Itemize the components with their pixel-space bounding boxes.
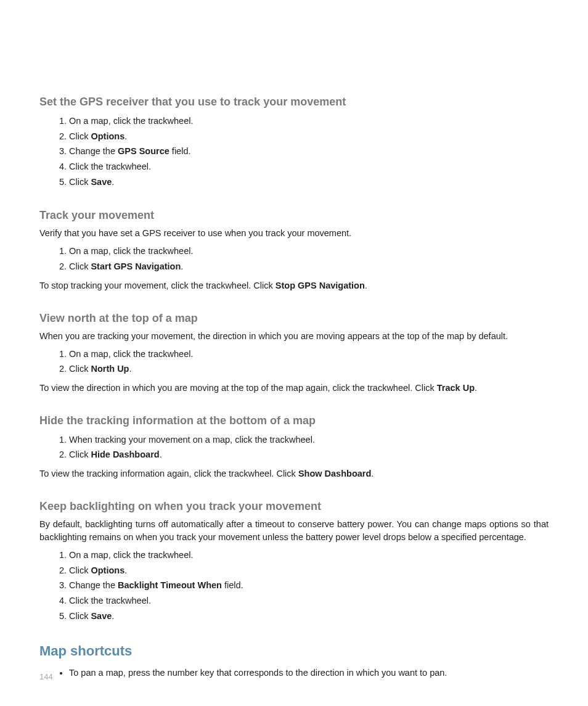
page-number: 144 <box>39 672 53 681</box>
steps-track-movement: On a map, click the trackwheel. Click St… <box>39 244 549 274</box>
step-item: Click the trackwheel. <box>69 593 549 609</box>
step-item: On a map, click the trackwheel. <box>69 244 549 259</box>
heading-backlighting: Keep backlighting on when you track your… <box>39 500 549 513</box>
step-item: Click Save. <box>69 174 549 190</box>
heading-view-north: View north at the top of a map <box>39 312 549 325</box>
bullets-map-shortcuts: To pan a map, press the number key that … <box>39 665 549 681</box>
heading-track-movement: Track your movement <box>39 209 549 222</box>
step-item: Click Options. <box>69 563 549 578</box>
step-item: On a map, click the trackwheel. <box>69 548 549 563</box>
steps-backlighting: On a map, click the trackwheel. Click Op… <box>39 548 549 623</box>
section-view-north: View north at the top of a map When you … <box>39 312 549 395</box>
section-set-gps-receiver: Set the GPS receiver that you use to tra… <box>39 96 549 189</box>
step-item: Click Options. <box>69 129 549 144</box>
bullet-item: To pan a map, press the number key that … <box>69 665 549 681</box>
page: Set the GPS receiver that you use to tra… <box>0 0 588 706</box>
section-backlighting: Keep backlighting on when you track your… <box>39 500 549 623</box>
step-item: On a map, click the trackwheel. <box>69 347 549 362</box>
steps-view-north: On a map, click the trackwheel. Click No… <box>39 347 549 377</box>
intro-text: Verify that you have set a GPS receiver … <box>39 227 549 240</box>
intro-text: When you are tracking your movement, the… <box>39 330 549 343</box>
outro-text: To view the direction in which you are m… <box>39 382 549 395</box>
heading-hide-tracking-info: Hide the tracking information at the bot… <box>39 414 549 427</box>
heading-set-gps-receiver: Set the GPS receiver that you use to tra… <box>39 96 549 109</box>
step-item: Change the GPS Source field. <box>69 144 549 159</box>
section-track-movement: Track your movement Verify that you have… <box>39 209 549 292</box>
section-hide-tracking-info: Hide the tracking information at the bot… <box>39 414 549 480</box>
outro-text: To stop tracking your movement, click th… <box>39 279 549 292</box>
step-item: Click Save. <box>69 609 549 624</box>
outro-text: To view the tracking information again, … <box>39 467 549 480</box>
step-item: Click Hide Dashboard. <box>69 447 549 462</box>
heading-map-shortcuts: Map shortcuts <box>39 643 549 659</box>
step-item: Click the trackwheel. <box>69 159 549 174</box>
step-item: When tracking your movement on a map, cl… <box>69 432 549 448</box>
steps-set-gps: On a map, click the trackwheel. Click Op… <box>39 113 549 189</box>
section-map-shortcuts: Map shortcuts To pan a map, press the nu… <box>39 643 549 681</box>
step-item: Click North Up. <box>69 361 549 377</box>
steps-hide-tracking: When tracking your movement on a map, cl… <box>39 432 549 462</box>
step-item: Click Start GPS Navigation. <box>69 259 549 274</box>
step-item: Change the Backlight Timeout When field. <box>69 578 549 593</box>
intro-text: By default, backlighting turns off autom… <box>39 518 549 544</box>
step-item: On a map, click the trackwheel. <box>69 113 549 129</box>
